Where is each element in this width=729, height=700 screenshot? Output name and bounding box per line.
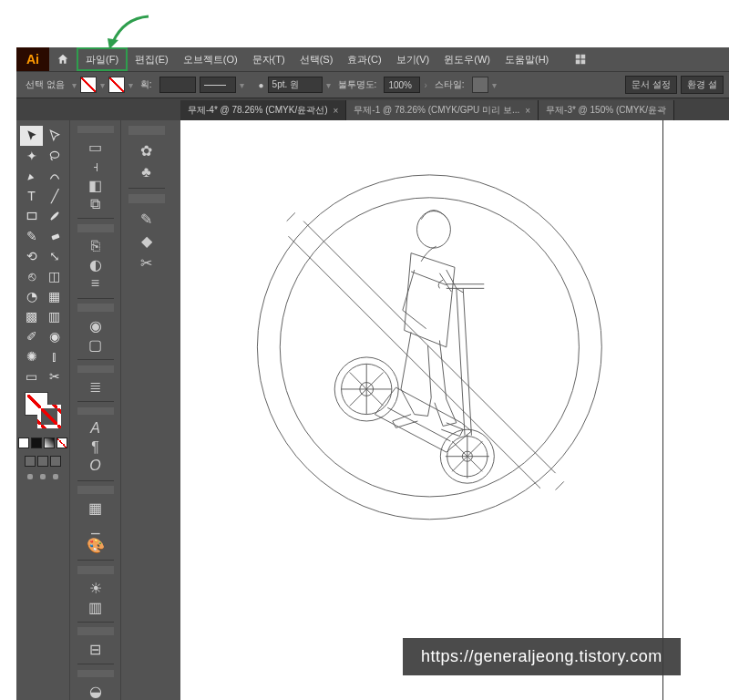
stroke-color[interactable]	[37, 405, 61, 428]
screen-mode[interactable]	[25, 456, 36, 467]
gradient-tool[interactable]: ▥	[43, 306, 66, 326]
shaper-tool[interactable]: ✎	[20, 226, 43, 246]
brush-dropdown[interactable]: 5pt. 원	[268, 77, 323, 93]
appearance-panel-icon[interactable]: ◉	[84, 317, 108, 335]
document-tab[interactable]: 무제-4* @ 78.26% (CMYK/윤곽선)×	[180, 100, 346, 120]
document-tab[interactable]: 무제-1 @ 78.26% (CMYK/GPU 미리 보...×	[346, 100, 539, 120]
layers-panel-icon[interactable]: ≣	[84, 378, 108, 396]
menu-help[interactable]: 도움말(H)	[498, 47, 556, 71]
artboards-panel-icon[interactable]: ▭	[84, 139, 108, 156]
asset-export-panel-icon[interactable]: ✿	[135, 140, 159, 160]
close-icon[interactable]: ×	[334, 106, 339, 116]
color-mode[interactable]	[56, 438, 67, 448]
canvas[interactable]	[180, 120, 729, 700]
artwork-outline	[180, 120, 729, 700]
stroke-width-input[interactable]	[159, 77, 196, 93]
type-tool[interactable]: T	[20, 186, 43, 206]
brushes-panel-icon[interactable]: ⎯	[84, 519, 108, 535]
screen-mode[interactable]	[37, 456, 48, 467]
color-mode[interactable]	[31, 438, 42, 448]
pen-tool[interactable]	[20, 166, 43, 186]
menu-effect[interactable]: 효과(C)	[340, 47, 388, 71]
css-panel-icon[interactable]: ♣	[135, 162, 159, 182]
symbol-sprayer-tool[interactable]: ✺	[20, 346, 43, 366]
graphic-styles-panel-icon[interactable]: ▢	[84, 336, 108, 354]
selection-tool[interactable]	[20, 126, 43, 146]
rectangle-tool[interactable]	[20, 206, 43, 226]
paintbrush-tool[interactable]	[43, 206, 66, 226]
stroke-profile-dropdown[interactable]	[200, 77, 236, 93]
eraser-tool[interactable]	[43, 226, 66, 246]
lasso-tool[interactable]	[43, 146, 66, 166]
fill-swatch[interactable]	[80, 77, 97, 93]
align-panel-icon[interactable]: ⫞	[84, 158, 108, 174]
color-mode[interactable]	[44, 438, 55, 448]
stroke-swatch[interactable]	[108, 77, 125, 93]
menu-bar: Ai 파일(F) 편집(E) 오브젝트(O) 문자(T) 선택(S) 효과(C)…	[16, 47, 729, 71]
attributes-panel-icon[interactable]: ⊟	[84, 641, 108, 658]
scissors-panel-icon[interactable]: ✂	[135, 252, 159, 273]
artboard-tool[interactable]: ▭	[20, 366, 43, 386]
graph-tool[interactable]: ⫿	[43, 346, 66, 366]
width-tool[interactable]: ⎋	[20, 266, 43, 286]
brush2-panel-icon[interactable]: ✎	[135, 209, 159, 229]
gradient-panel-icon[interactable]: ▥	[84, 599, 108, 616]
screen-mode-row	[25, 456, 61, 467]
line-tool[interactable]: ╱	[43, 186, 66, 206]
transparency-panel-icon[interactable]: ◐	[84, 256, 108, 273]
menu-edit[interactable]: 편집(E)	[128, 47, 176, 71]
blend-tool[interactable]: ◉	[43, 326, 66, 346]
scale-tool[interactable]: ⤡	[43, 246, 66, 266]
perspective-tool[interactable]: ▦	[43, 286, 66, 306]
fill-stroke-control[interactable]	[25, 392, 61, 428]
rotate-tool[interactable]: ⟲	[20, 246, 43, 266]
symbols-panel-icon[interactable]: ☀	[84, 580, 108, 597]
svg-line-13	[556, 481, 564, 489]
style-label: 스타일:	[431, 78, 468, 91]
shape-builder-tool[interactable]: ◔	[20, 286, 43, 306]
direct-selection-tool[interactable]	[43, 126, 66, 146]
menu-view[interactable]: 보기(V)	[389, 47, 437, 71]
arrange-docs-button[interactable]	[567, 53, 594, 66]
character-panel-icon[interactable]: A	[84, 420, 108, 437]
color-panel-icon[interactable]: 🎨	[84, 537, 108, 554]
swatches-panel-icon[interactable]: ▦	[84, 499, 108, 517]
slice-tool[interactable]: ✂	[43, 366, 66, 386]
menu-type[interactable]: 문자(T)	[245, 47, 293, 71]
stroke-panel-icon[interactable]: ≡	[84, 275, 108, 292]
curvature-tool[interactable]	[43, 166, 66, 186]
screen-mode[interactable]	[50, 456, 61, 467]
menu-select[interactable]: 선택(S)	[293, 47, 341, 71]
svg-rect-1	[576, 55, 580, 59]
close-icon[interactable]: ×	[525, 106, 530, 116]
paragraph-panel-icon[interactable]: ¶	[84, 439, 108, 456]
preferences-button[interactable]: 환경 설	[681, 76, 724, 94]
transform-panel-icon[interactable]: ⧉	[84, 196, 108, 212]
mesh-tool[interactable]: ▩	[20, 306, 43, 326]
tab-label: 무제-4* @ 78.26% (CMYK/윤곽선)	[188, 104, 328, 117]
home-button[interactable]	[49, 53, 77, 66]
document-setup-button[interactable]: 문서 설정	[625, 76, 677, 94]
links-panel-icon[interactable]: ⎘	[84, 238, 108, 254]
magic-wand-tool[interactable]: ✦	[20, 146, 43, 166]
eyedropper-tool[interactable]: ✐	[20, 326, 43, 346]
svg-rect-2	[581, 55, 586, 59]
tools-panel: ✦ T╱ ✎ ⟲⤡ ⎋◫ ◔▦ ▩▥ ✐◉ ✺⫿ ▭✂	[16, 120, 69, 700]
color-mode[interactable]	[18, 438, 29, 448]
style-swatch[interactable]	[472, 77, 488, 93]
color-guide-panel-icon[interactable]: ◒	[84, 683, 108, 700]
document-tab[interactable]: 무제-3* @ 150% (CMYK/윤곽	[539, 100, 674, 120]
stroke-label: 획:	[137, 78, 156, 91]
opentype-panel-icon[interactable]: O	[84, 458, 108, 474]
menu-object[interactable]: 오브젝트(O)	[176, 47, 245, 71]
opacity-input[interactable]: 100%	[384, 77, 420, 93]
menu-window[interactable]: 윈도우(W)	[436, 47, 498, 71]
opacity-label: 불투명도:	[334, 78, 381, 91]
edit-toolbar[interactable]	[27, 474, 58, 479]
free-transform-tool[interactable]: ◫	[43, 266, 66, 286]
no-selection-label: 선택 없음	[22, 78, 68, 91]
pathfinder-panel-icon[interactable]: ◧	[84, 177, 108, 194]
eraser-panel-icon[interactable]: ◆	[135, 231, 159, 251]
artboard-edge	[662, 120, 663, 700]
menu-file[interactable]: 파일(F)	[77, 47, 128, 71]
